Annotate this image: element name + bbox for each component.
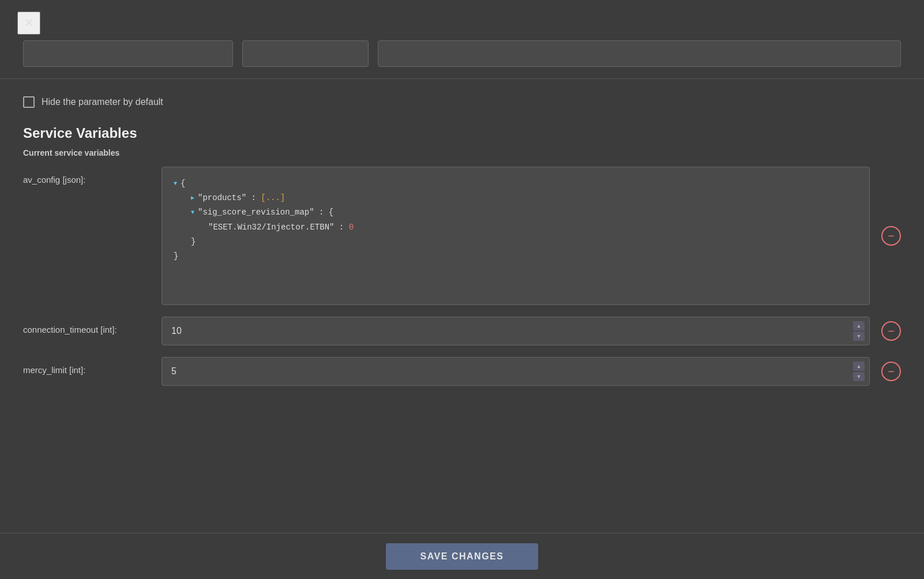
json-line-outer-close: } (174, 249, 860, 264)
mercy-limit-spinner: ▲ ▼ (853, 362, 865, 381)
json-line-inner-close: } (174, 235, 860, 249)
hide-param-checkbox[interactable] (23, 96, 35, 108)
mercy-limit-label: mercy_limit [int]: (23, 357, 150, 375)
json-line-eset: "ESET.Win32/Injector.ETBN" : 0 (174, 220, 860, 235)
mercy-limit-row: mercy_limit [int]: 5 ▲ ▼ − (23, 357, 901, 386)
top-input-3[interactable] (378, 40, 901, 67)
connection-timeout-spinner: ▲ ▼ (853, 321, 865, 341)
json-brace-open: { (181, 176, 185, 191)
section-subtitle: Current service variables (23, 148, 901, 157)
connection-timeout-input-container[interactable]: 10 ▲ ▼ (161, 317, 870, 345)
section-title: Service Variables (23, 125, 901, 141)
close-icon: ✕ (24, 16, 34, 31)
service-variables-section: Service Variables Current service variab… (23, 125, 901, 386)
arrow-right-products[interactable]: ▶ (191, 193, 194, 204)
connection-timeout-label: connection_timeout [int]: (23, 317, 150, 334)
av-config-label: av_config [json]: (23, 167, 150, 185)
json-key-eset: "ESET.Win32/Injector.ETBN" (208, 220, 334, 235)
remove-icon-av-config: − (888, 230, 895, 243)
mercy-limit-up-button[interactable]: ▲ (853, 362, 865, 371)
remove-icon-connection-timeout: − (888, 325, 895, 338)
mercy-limit-input-wrapper: 5 ▲ ▼ (161, 357, 870, 386)
json-colon-products: : (246, 191, 261, 205)
json-value-eset: 0 (349, 220, 354, 235)
json-colon-eset: : (334, 220, 348, 235)
close-button[interactable]: ✕ (17, 12, 40, 35)
save-changes-button[interactable]: SAVE CHANGES (386, 543, 539, 570)
remove-icon-mercy-limit: − (888, 365, 895, 378)
top-input-1[interactable] (23, 40, 233, 67)
connection-timeout-input-wrapper: 10 ▲ ▼ (161, 317, 870, 345)
arrow-down-root[interactable]: ▼ (174, 179, 177, 189)
mercy-limit-down-button[interactable]: ▼ (853, 372, 865, 381)
connection-timeout-up-button[interactable]: ▲ (853, 321, 865, 330)
json-value-products: [...] (261, 191, 285, 205)
json-brace-inner-close: } (191, 235, 196, 249)
json-line-products: ▶ "products" : [...] (174, 191, 860, 205)
json-line-sig: ▼ "sig_score_revision_map" : { (174, 205, 860, 220)
top-input-2[interactable] (242, 40, 369, 67)
mercy-limit-input-container[interactable]: 5 ▲ ▼ (161, 357, 870, 386)
json-editor[interactable]: ▼ { ▶ "products" : [...] ▼ (161, 167, 870, 305)
av-config-input-wrapper: ▼ { ▶ "products" : [...] ▼ (161, 167, 870, 305)
json-brace-outer-close: } (174, 249, 178, 264)
mercy-limit-value: 5 (171, 366, 853, 377)
json-colon-sig: : { (314, 205, 334, 220)
modal-container: ✕ Hide the parameter by default Service … (0, 0, 924, 579)
top-inputs-row (0, 0, 924, 79)
connection-timeout-row: connection_timeout [int]: 10 ▲ ▼ − (23, 317, 901, 345)
connection-timeout-down-button[interactable]: ▼ (853, 332, 865, 341)
content-area: Hide the parameter by default Service Va… (0, 79, 924, 579)
hide-param-row: Hide the parameter by default (23, 96, 901, 108)
remove-mercy-limit-button[interactable]: − (881, 362, 901, 381)
json-line-root: ▼ { (174, 176, 860, 191)
av-config-row: av_config [json]: ▼ { ▶ "products" : (23, 167, 901, 305)
save-bar: SAVE CHANGES (0, 533, 924, 579)
remove-av-config-button[interactable]: − (881, 226, 901, 246)
remove-connection-timeout-button[interactable]: − (881, 321, 901, 341)
hide-param-label: Hide the parameter by default (42, 97, 163, 107)
connection-timeout-value: 10 (171, 326, 853, 336)
arrow-down-sig[interactable]: ▼ (191, 208, 194, 218)
json-key-sig: "sig_score_revision_map" (198, 205, 314, 220)
json-key-products: "products" (198, 191, 246, 205)
